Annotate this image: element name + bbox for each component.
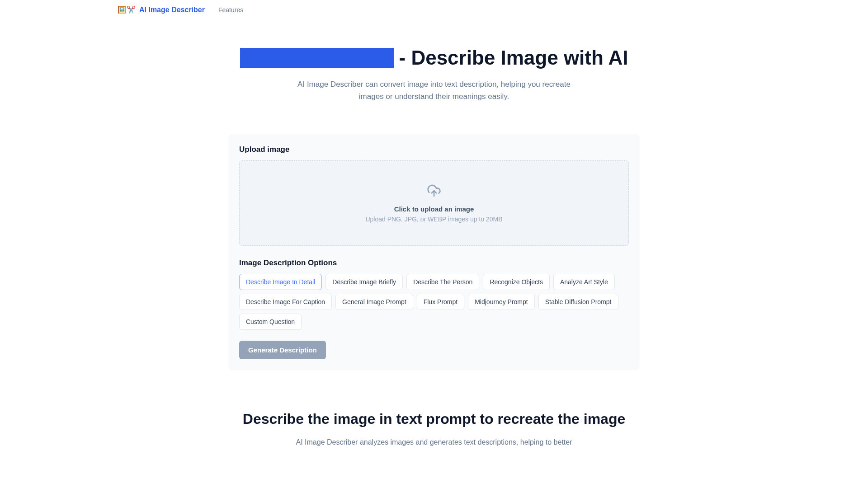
upload-hint: Upload PNG, JPG, or WEBP images up to 20… <box>249 216 619 223</box>
nav-features[interactable]: Features <box>218 6 243 14</box>
upload-cloud-icon <box>249 183 619 198</box>
option-describe-detail[interactable]: Describe Image In Detail <box>239 274 322 290</box>
option-flux-prompt[interactable]: Flux Prompt <box>417 294 464 310</box>
logo-text: AI Image Describer <box>139 6 205 14</box>
section2-title: Describe the image in text prompt to rec… <box>240 411 628 427</box>
option-recognize-objects[interactable]: Recognize Objects <box>483 274 550 290</box>
hero-subtitle: AI Image Describer can convert image int… <box>289 78 579 103</box>
option-describe-briefly[interactable]: Describe Image Briefly <box>326 274 403 290</box>
hero-title: - Describe Image with AI <box>217 47 651 69</box>
upload-area[interactable]: Click to upload an image Upload PNG, JPG… <box>239 160 629 246</box>
generate-button[interactable]: Generate Description <box>239 341 326 359</box>
hero-title-highlight <box>240 48 394 68</box>
logo-icon: 🖼️✂️ <box>118 5 136 14</box>
upload-section-title: Upload image <box>239 145 629 154</box>
section2-text: AI Image Describer analyzes images and g… <box>240 436 628 448</box>
hero-title-suffix: - Describe Image with AI <box>399 47 628 69</box>
options-section-title: Image Description Options <box>239 258 629 267</box>
option-general-prompt[interactable]: General Image Prompt <box>335 294 413 310</box>
logo[interactable]: 🖼️✂️ AI Image Describer <box>118 5 205 14</box>
option-custom-question[interactable]: Custom Question <box>239 314 302 330</box>
option-caption[interactable]: Describe Image For Caption <box>239 294 332 310</box>
upload-title: Click to upload an image <box>249 205 619 213</box>
section2: Describe the image in text prompt to rec… <box>231 384 637 448</box>
option-describe-person[interactable]: Describe The Person <box>406 274 479 290</box>
hero: - Describe Image with AI AI Image Descri… <box>208 19 660 121</box>
options-grid: Describe Image In Detail Describe Image … <box>239 274 629 330</box>
header: 🖼️✂️ AI Image Describer Features <box>0 0 868 19</box>
option-midjourney-prompt[interactable]: Midjourney Prompt <box>468 294 535 310</box>
main-card: Upload image Click to upload an image Up… <box>228 134 640 370</box>
option-analyze-art[interactable]: Analyze Art Style <box>553 274 615 290</box>
options-section: Image Description Options Describe Image… <box>239 258 629 330</box>
option-sd-prompt[interactable]: Stable Diffusion Prompt <box>538 294 618 310</box>
